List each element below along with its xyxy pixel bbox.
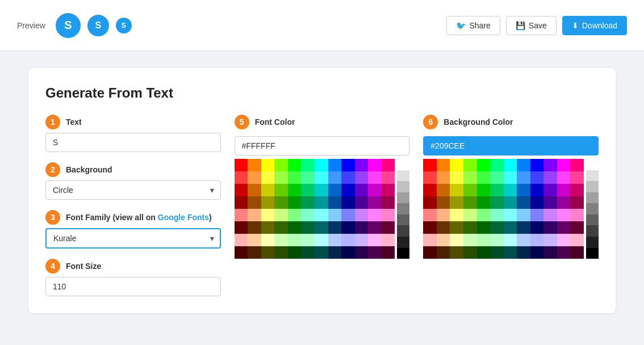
color-cell[interactable]	[543, 159, 557, 171]
color-cell[interactable]	[382, 184, 395, 196]
color-cell[interactable]	[570, 234, 584, 246]
color-cell[interactable]	[437, 246, 450, 259]
color-cell[interactable]	[368, 159, 382, 171]
color-cell[interactable]	[504, 196, 517, 209]
color-cell[interactable]	[463, 246, 477, 259]
color-cell[interactable]	[543, 246, 557, 259]
color-cell[interactable]	[477, 171, 491, 184]
color-cell[interactable]	[288, 221, 302, 234]
color-cell[interactable]	[423, 209, 437, 221]
color-cell[interactable]	[288, 196, 302, 209]
color-cell[interactable]	[382, 234, 395, 246]
color-cell[interactable]	[477, 221, 491, 234]
color-cell[interactable]	[328, 234, 342, 246]
color-cell[interactable]	[261, 196, 275, 209]
color-cell[interactable]	[301, 196, 315, 209]
color-cell[interactable]	[557, 246, 571, 259]
color-cell[interactable]	[530, 196, 544, 209]
color-cell[interactable]	[504, 184, 517, 196]
color-cell[interactable]	[423, 246, 437, 259]
color-cell[interactable]	[557, 159, 571, 171]
color-cell[interactable]	[530, 209, 544, 221]
color-cell[interactable]	[382, 209, 395, 221]
color-cell[interactable]	[315, 171, 328, 184]
color-cell[interactable]	[288, 184, 302, 196]
color-cell[interactable]	[437, 234, 450, 246]
gray-cell[interactable]	[397, 181, 409, 192]
color-cell[interactable]	[301, 221, 315, 234]
color-cell[interactable]	[450, 196, 463, 209]
text-input[interactable]	[45, 133, 221, 152]
color-cell[interactable]	[450, 246, 463, 259]
color-cell[interactable]	[490, 184, 504, 196]
color-cell[interactable]	[477, 209, 491, 221]
color-cell[interactable]	[530, 221, 544, 234]
color-cell[interactable]	[530, 171, 544, 184]
color-cell[interactable]	[341, 196, 355, 209]
color-cell[interactable]	[328, 171, 342, 184]
color-cell[interactable]	[437, 196, 450, 209]
color-cell[interactable]	[557, 234, 571, 246]
gray-cell[interactable]	[397, 192, 409, 204]
color-cell[interactable]	[437, 159, 450, 171]
color-cell[interactable]	[490, 234, 504, 246]
color-cell[interactable]	[543, 221, 557, 234]
color-cell[interactable]	[450, 209, 463, 221]
color-cell[interactable]	[437, 171, 450, 184]
color-cell[interactable]	[504, 234, 517, 246]
color-cell[interactable]	[570, 159, 584, 171]
color-cell[interactable]	[517, 221, 530, 234]
gray-cell[interactable]	[586, 237, 599, 248]
color-cell[interactable]	[315, 209, 328, 221]
color-cell[interactable]	[490, 246, 504, 259]
color-cell[interactable]	[288, 171, 302, 184]
color-cell[interactable]	[274, 184, 288, 196]
color-cell[interactable]	[557, 184, 571, 196]
font-family-select[interactable]: Kurale Roboto Open Sans Lato	[45, 228, 221, 249]
color-cell[interactable]	[261, 184, 275, 196]
color-cell[interactable]	[341, 246, 355, 259]
gray-cell[interactable]	[397, 170, 409, 182]
color-cell[interactable]	[463, 234, 477, 246]
color-cell[interactable]	[463, 159, 477, 171]
color-cell[interactable]	[274, 159, 288, 171]
color-cell[interactable]	[382, 171, 395, 184]
gray-cell[interactable]	[586, 203, 599, 214]
color-cell[interactable]	[517, 234, 530, 246]
color-cell[interactable]	[288, 209, 302, 221]
color-cell[interactable]	[235, 234, 248, 246]
color-cell[interactable]	[341, 171, 355, 184]
color-cell[interactable]	[248, 246, 261, 259]
color-cell[interactable]	[328, 184, 342, 196]
color-cell[interactable]	[530, 184, 544, 196]
color-cell[interactable]	[543, 184, 557, 196]
color-cell[interactable]	[301, 159, 315, 171]
color-cell[interactable]	[463, 171, 477, 184]
color-cell[interactable]	[341, 159, 355, 171]
color-cell[interactable]	[355, 246, 369, 259]
color-cell[interactable]	[355, 196, 369, 209]
color-cell[interactable]	[368, 221, 382, 234]
color-cell[interactable]	[382, 196, 395, 209]
color-cell[interactable]	[570, 209, 584, 221]
color-cell[interactable]	[368, 171, 382, 184]
color-cell[interactable]	[301, 171, 315, 184]
color-cell[interactable]	[450, 171, 463, 184]
color-cell[interactable]	[477, 196, 491, 209]
color-cell[interactable]	[261, 159, 275, 171]
color-cell[interactable]	[248, 209, 261, 221]
color-cell[interactable]	[355, 159, 369, 171]
color-cell[interactable]	[235, 184, 248, 196]
color-cell[interactable]	[235, 209, 248, 221]
bg-color-input[interactable]	[423, 136, 599, 155]
color-cell[interactable]	[437, 184, 450, 196]
color-cell[interactable]	[315, 246, 328, 259]
gray-cell[interactable]	[586, 192, 599, 204]
color-cell[interactable]	[450, 234, 463, 246]
color-cell[interactable]	[315, 184, 328, 196]
color-cell[interactable]	[504, 246, 517, 259]
color-cell[interactable]	[517, 171, 530, 184]
color-cell[interactable]	[315, 159, 328, 171]
color-cell[interactable]	[341, 209, 355, 221]
color-cell[interactable]	[504, 171, 517, 184]
